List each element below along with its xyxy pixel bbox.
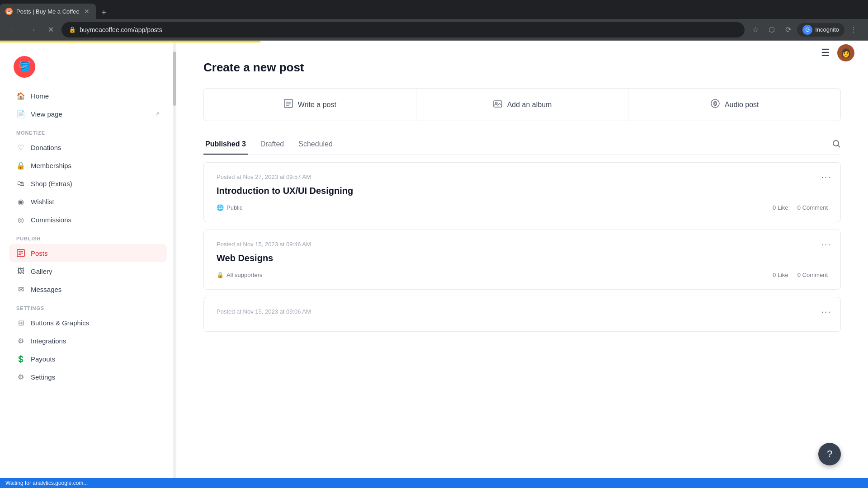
sidebar-item-buttons-graphics[interactable]: ⊞ Buttons & Graphics: [9, 314, 167, 332]
integrations-icon: ⚙: [16, 336, 25, 345]
tab-scheduled[interactable]: Scheduled: [297, 135, 335, 155]
menu-button[interactable]: ⋮: [846, 23, 861, 37]
sidebar-item-label: View page: [31, 110, 62, 118]
tab-drafted[interactable]: Drafted: [259, 135, 286, 155]
tab-published-label: Published 3: [205, 140, 246, 148]
post-stats: 0 Like 0 Comment: [773, 272, 828, 278]
tab-scheduled-label: Scheduled: [298, 140, 333, 148]
sidebar-item-view-page[interactable]: 📄 View page ↗: [9, 105, 167, 123]
sidebar-item-payouts[interactable]: 💲 Payouts: [9, 350, 167, 368]
tab-title: Posts | Buy Me a Coffee: [16, 8, 80, 15]
buttons-icon: ⊞: [16, 318, 25, 327]
sidebar-item-messages[interactable]: ✉ Messages: [9, 280, 167, 298]
help-button[interactable]: ?: [818, 443, 841, 465]
browser-toolbar: ← → ✕ 🔒 buymeacoffee.com/app/posts ☆ ⬡ ⟳…: [0, 19, 868, 41]
visibility-label: All supporters: [226, 272, 262, 278]
sidebar-item-posts[interactable]: Posts: [9, 244, 167, 262]
sidebar-logo: 🪣: [0, 52, 176, 87]
visibility-label: Public: [226, 204, 242, 211]
monetize-section-label: MONETIZE: [9, 123, 167, 138]
sidebar-item-donations[interactable]: ♡ Donations: [9, 138, 167, 156]
main-content: ☰ 👩 Create a new post Write a post Add a…: [176, 42, 868, 488]
tab-published[interactable]: Published 3: [203, 135, 248, 155]
search-button[interactable]: [832, 139, 841, 150]
add-album-label: Add an album: [507, 101, 552, 109]
back-button[interactable]: ←: [7, 23, 22, 37]
sidebar-item-label: Donations: [31, 144, 61, 151]
home-icon: 🏠: [16, 91, 25, 100]
write-post-icon: [283, 99, 293, 111]
gallery-icon: 🖼: [16, 267, 25, 276]
sidebar-item-settings[interactable]: ⚙ Settings: [9, 368, 167, 386]
shop-icon: 🛍: [16, 179, 25, 188]
app-layout: 🪣 🏠 Home 📄 View page ↗ MONETIZE ♡ Donati…: [0, 42, 868, 488]
sidebar-item-home[interactable]: 🏠 Home: [9, 87, 167, 105]
settings-icon: ⚙: [16, 372, 25, 381]
profile-button[interactable]: G Incognito: [797, 23, 844, 37]
sidebar-item-label: Settings: [31, 373, 55, 381]
sidebar-item-commissions[interactable]: ◎ Commissions: [9, 211, 167, 229]
post-meta: Posted at Nov 27, 2023 at 09:57 AM: [217, 174, 828, 180]
post-more-button[interactable]: ···: [821, 239, 831, 249]
page-title: Create a new post: [203, 61, 841, 75]
post-card-2: Posted at Nov 15, 2023 at 09:46 AM Web D…: [203, 230, 841, 290]
post-stats: 0 Like 0 Comment: [773, 204, 828, 211]
profile-circle: G: [802, 25, 812, 35]
post-more-button[interactable]: ···: [821, 172, 831, 182]
like-count: 0 Like: [773, 272, 788, 278]
tab-favicon: ☕: [5, 8, 13, 15]
url-display: buymeacoffee.com/app/posts: [80, 26, 737, 33]
new-tab-button[interactable]: +: [98, 6, 110, 19]
sidebar-item-label: Gallery: [31, 267, 52, 275]
like-count: 0 Like: [773, 204, 788, 211]
toolbar-actions: ☆ ⬡ ⟳ G Incognito ⋮: [748, 23, 861, 37]
sidebar: 🪣 🏠 Home 📄 View page ↗ MONETIZE ♡ Donati…: [0, 42, 176, 488]
sidebar-item-shop[interactable]: 🛍 Shop (Extras): [9, 174, 167, 192]
forward-button[interactable]: →: [25, 23, 40, 37]
reload-button[interactable]: ✕: [43, 23, 58, 37]
write-post-card[interactable]: Write a post: [204, 89, 416, 121]
scrollbar-thumb[interactable]: [173, 52, 176, 106]
audio-icon: [710, 99, 720, 111]
tab-close-button[interactable]: ✕: [83, 8, 90, 15]
payouts-icon: 💲: [16, 354, 25, 363]
sidebar-item-memberships[interactable]: 🔒 Memberships: [9, 156, 167, 174]
post-title: Web Designs: [217, 253, 828, 263]
sidebar-item-label: Home: [31, 92, 49, 100]
sidebar-item-integrations[interactable]: ⚙ Integrations: [9, 332, 167, 350]
hamburger-button[interactable]: ☰: [821, 47, 830, 59]
messages-icon: ✉: [16, 285, 25, 294]
sidebar-item-label: Buttons & Graphics: [31, 319, 89, 327]
write-post-label: Write a post: [298, 101, 336, 109]
globe-icon: 🌐: [217, 204, 224, 211]
sidebar-item-gallery[interactable]: 🖼 Gallery: [9, 262, 167, 280]
sidebar-item-label: Commissions: [31, 216, 71, 224]
active-tab[interactable]: ☕ Posts | Buy Me a Coffee ✕: [0, 4, 96, 19]
browser-tabs: ☕ Posts | Buy Me a Coffee ✕ +: [0, 0, 868, 19]
audio-post-card[interactable]: Audio post: [628, 89, 840, 121]
address-bar[interactable]: 🔒 buymeacoffee.com/app/posts: [61, 22, 745, 38]
post-meta: Posted at Nov 15, 2023 at 09:46 AM: [217, 241, 828, 248]
tab-drafted-label: Drafted: [260, 140, 284, 148]
incognito-label: Incognito: [815, 26, 839, 33]
sync-button[interactable]: ⟳: [781, 23, 795, 37]
settings-section-label: SETTINGS: [9, 298, 167, 314]
lock-icon: 🔒: [217, 272, 224, 278]
add-album-card[interactable]: Add an album: [416, 89, 629, 121]
post-meta: Posted at Nov 15, 2023 at 09:06 AM: [217, 308, 828, 315]
album-icon: [493, 99, 503, 111]
sidebar-item-wishlist[interactable]: ◉ Wishlist: [9, 192, 167, 211]
extensions-button[interactable]: ⬡: [764, 23, 779, 37]
scrollbar-track: [173, 42, 176, 488]
tabs-row: Published 3 Drafted Scheduled: [203, 135, 841, 155]
avatar[interactable]: 👩: [837, 44, 854, 61]
post-card-1: Posted at Nov 27, 2023 at 09:57 AM Intro…: [203, 162, 841, 222]
post-more-button[interactable]: ···: [821, 306, 831, 317]
bookmark-button[interactable]: ☆: [748, 23, 763, 37]
sidebar-item-label: Integrations: [31, 337, 66, 345]
post-footer: 🔒 All supporters 0 Like 0 Comment: [217, 272, 828, 278]
lock-icon: 🔒: [16, 161, 25, 170]
post-card-3: Posted at Nov 15, 2023 at 09:06 AM ···: [203, 297, 841, 332]
sidebar-nav: 🏠 Home 📄 View page ↗ MONETIZE ♡ Donation…: [0, 87, 176, 479]
wishlist-icon: ◉: [16, 197, 25, 206]
